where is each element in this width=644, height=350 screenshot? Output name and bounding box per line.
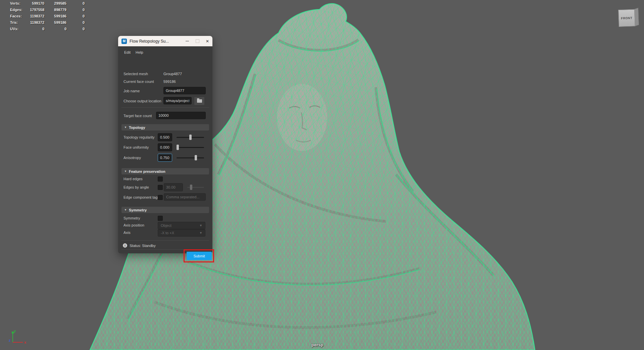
target-face-count-label: Target face count [123,114,152,118]
current-face-count-value: 599186 [163,80,176,84]
face-uniformity-value[interactable]: 0.000 [158,143,172,151]
statue-mesh-object[interactable] [0,0,644,350]
topology-regularity-slider[interactable] [177,135,204,140]
output-location-input[interactable] [163,97,192,104]
collapse-triangle-icon: ▼ [124,126,127,129]
hud-value: 0 [20,27,44,31]
hud-row: Tris: 1198372 599186 0 [0,20,91,26]
section-feature-preservation[interactable]: ▼ Feature preservation [121,168,209,174]
maximize-icon [196,39,199,43]
menu-help[interactable]: Help [136,50,143,54]
hud-value: 0 [66,14,85,18]
dropdown-value: Object [161,223,171,228]
slider-handle[interactable] [189,135,192,140]
axis-dropdown[interactable]: -X to +X ▼ [158,229,205,237]
axis-label: Axis [123,231,131,235]
symmetry-label: Symmetry [123,216,140,220]
view-cube-front-face[interactable]: FRONT [618,9,635,27]
chevron-down-icon: ▼ [199,231,202,235]
axis-x-label: x [24,340,27,344]
hud-row: Edges: 1797558 898779 0 [0,7,91,13]
separator [121,107,209,108]
hud-value: 299585 [44,1,66,5]
dialog-title: Flow Retopology Su... [130,39,182,44]
hud-label: UVs: [10,27,18,31]
poly-count-hud: Verts: 599170 299585 0 Edges: 1797558 89… [0,1,91,33]
hard-edges-checkbox[interactable] [158,177,163,182]
edges-by-angle-value[interactable]: 30.00 [164,183,183,191]
hud-row: UVs: 0 0 0 [0,26,91,33]
output-location-label: Choose output location [123,99,161,103]
anisotropy-slider[interactable] [177,155,204,160]
hud-value: 1198372 [20,20,44,24]
dialog-titlebar[interactable]: M Flow Retopology Su... ✕ [118,36,212,46]
browse-folder-button[interactable] [194,97,205,105]
close-button[interactable]: ✕ [202,36,212,46]
edge-component-tags-label: Edge component tags [123,195,159,199]
dropdown-value: -X to +X [161,231,174,235]
hud-label: Tris: [10,20,18,24]
minimize-icon [186,41,189,41]
slider-track[interactable] [177,147,204,148]
section-title: Feature preservation [129,169,165,173]
minimize-button[interactable] [182,36,192,46]
maya-app-icon: M [121,39,127,44]
slider-handle[interactable] [177,145,179,150]
target-face-count-input[interactable] [156,112,206,119]
dialog-body: Edit Help Selected mesh Group4877 Curren… [118,46,212,253]
axis-z-label: z [9,338,11,342]
close-icon: ✕ [206,39,209,43]
edge-component-tags-checkbox[interactable] [158,195,163,200]
hud-row: Faces: 1198372 599186 0 [0,13,91,20]
submit-button[interactable]: Submit [187,252,212,260]
edge-component-tags-input[interactable] [164,193,206,201]
axis-y-label: y [14,329,16,333]
anisotropy-label: Anisotropy [123,156,141,160]
separator [121,240,209,241]
face-uniformity-slider[interactable] [177,145,204,150]
hud-value: 599170 [20,1,44,5]
section-symmetry[interactable]: ▼ Symmetry [121,207,209,213]
topology-regularity-value[interactable]: 0.500 [158,133,172,141]
symmetry-checkbox[interactable] [158,216,163,221]
hud-value: 0 [66,1,85,5]
job-name-input[interactable] [163,87,206,94]
edges-by-angle-checkbox[interactable] [158,185,163,190]
chevron-down-icon: ▼ [199,224,202,227]
hud-value: 0 [66,20,85,24]
collapse-triangle-icon: ▼ [124,208,127,211]
view-cube[interactable]: FRONT [618,8,640,29]
selected-mesh-label: Selected mesh [123,72,148,76]
camera-name-label: persp [311,342,323,347]
slider-track[interactable] [177,157,204,158]
axis-gizmo: x y z [3,328,30,348]
section-title: Topology [129,126,145,130]
hard-edges-label: Hard edges [123,177,143,181]
hud-value: 1797558 [20,8,44,12]
menu-edit[interactable]: Edit [124,50,131,54]
maximize-button[interactable] [192,36,202,46]
section-title: Symmetry [129,208,147,212]
edges-by-angle-slider[interactable] [187,185,204,190]
selected-mesh-value: Group4877 [163,72,182,76]
status-text: Status: Standby [130,244,156,248]
slider-handle[interactable] [195,155,197,160]
hud-label: Verts: [10,1,20,5]
hud-value: 599186 [44,14,66,18]
hud-value: 0 [66,27,85,31]
axis-position-dropdown[interactable]: Object ▼ [158,222,205,229]
hud-value: 0 [44,27,66,31]
collapse-triangle-icon: ▼ [124,170,127,173]
retopology-dialog: M Flow Retopology Su... ✕ Edit Help Sele… [118,36,212,253]
section-topology[interactable]: ▼ Topology [121,124,209,131]
separator [121,249,209,250]
anisotropy-value[interactable]: 0.750 [158,154,172,162]
slider-handle[interactable] [190,185,192,190]
axis-position-label: Axis position [123,223,144,227]
topology-regularity-label: Topology regularity [123,135,154,139]
hud-value: 898779 [44,8,66,12]
folder-icon [197,99,202,103]
hud-value: 0 [66,8,85,12]
hud-value: 599186 [44,20,66,24]
info-icon: i [123,243,127,248]
